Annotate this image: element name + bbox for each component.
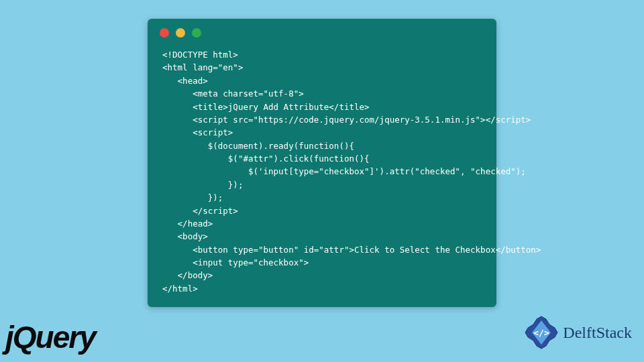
svg-text:</>: </> (534, 328, 550, 338)
close-icon (160, 28, 169, 38)
code-window: <!DOCTYPE html> <html lang="en"> <head> … (148, 19, 496, 307)
window-controls (148, 19, 496, 43)
minimize-icon (176, 28, 185, 38)
maximize-icon (192, 28, 201, 38)
delftstack-text: DelftStack (563, 324, 632, 342)
code-content: <!DOCTYPE html> <html lang="en"> <head> … (148, 43, 496, 307)
jquery-logo: jQuery (5, 319, 95, 355)
delftstack-icon: </> (524, 315, 559, 350)
delftstack-logo: </> DelftStack (524, 315, 632, 350)
